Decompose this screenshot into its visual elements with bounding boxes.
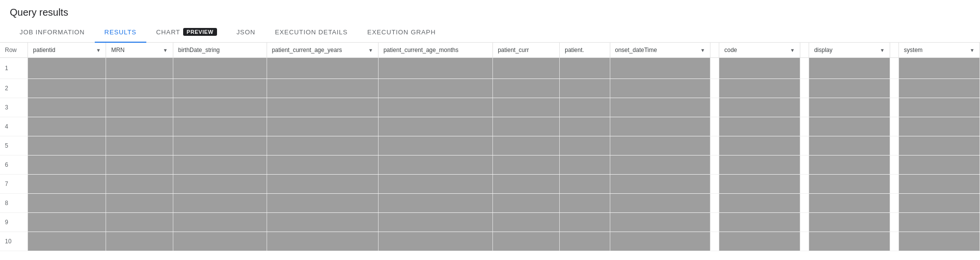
cell-content-block [106, 58, 172, 78]
preview-badge: PREVIEW [183, 28, 217, 36]
col-header-onset[interactable]: onset_dateTime ▼ [610, 43, 710, 58]
display-dropdown-icon[interactable]: ▼ [880, 48, 885, 53]
col-header-display[interactable]: display ▼ [809, 43, 890, 58]
patientid-cell [28, 117, 106, 136]
cell-content-block [379, 213, 492, 232]
tab-execution-graph[interactable]: EXECUTION GRAPH [357, 23, 445, 43]
cell-content-block [560, 117, 609, 136]
resizer-cell1 [710, 58, 719, 79]
row-number-cell: 7 [0, 175, 28, 194]
cell-content-block [173, 98, 267, 117]
patientid-resize[interactable] [104, 43, 106, 57]
resizer-cell2 [800, 79, 809, 98]
birthdate-cell [173, 58, 267, 79]
resizer2[interactable] [807, 43, 809, 57]
resizer1[interactable] [717, 43, 719, 57]
col-header-resizer2[interactable] [800, 43, 809, 58]
display-cell [809, 175, 890, 194]
age-years-cell [267, 79, 378, 98]
age-years-cell [267, 175, 378, 194]
cell-content-block [28, 213, 106, 232]
col-header-code[interactable]: code ▼ [719, 43, 800, 58]
onset-cell [610, 79, 710, 98]
code-cell [719, 117, 800, 136]
age-years-cell [267, 98, 378, 117]
table-header-row: Row patientid ▼ MRN ▼ [0, 43, 980, 58]
onset-cell [610, 117, 710, 136]
code-cell [719, 175, 800, 194]
age-months-cell [378, 175, 492, 194]
col-header-mrn[interactable]: MRN ▼ [106, 43, 173, 58]
cell-content-block [610, 98, 710, 117]
cell-content-block [173, 117, 267, 136]
cell-content-block [560, 194, 609, 212]
patient-curr-cell [492, 98, 559, 117]
resizer-cell2 [800, 213, 809, 232]
resizer-cell2 [800, 58, 809, 79]
onset-dropdown-icon[interactable]: ▼ [700, 48, 705, 53]
onset-cell [610, 156, 710, 175]
tab-job-information[interactable]: JOB INFORMATION [10, 23, 95, 43]
cell-content-block [719, 232, 800, 251]
col-header-resizer1[interactable] [710, 43, 719, 58]
col-header-resizer3[interactable] [890, 43, 898, 58]
resizer-cell2 [800, 136, 809, 156]
results-table-container: Row patientid ▼ MRN ▼ [0, 43, 980, 251]
patient-cell [560, 117, 610, 136]
age-months-cell [378, 117, 492, 136]
mrn-cell [106, 213, 173, 232]
age-months-cell [378, 136, 492, 156]
table-row: 2 [0, 79, 980, 98]
col-header-system[interactable]: system ▼ [899, 43, 980, 58]
birthdate-cell [173, 213, 267, 232]
cell-content-block [106, 136, 172, 155]
resizer3[interactable] [897, 43, 898, 57]
age-years-cell [267, 136, 378, 156]
col-header-birthdate[interactable]: birthDate_string [173, 43, 267, 58]
table-row: 3 [0, 98, 980, 117]
display-cell [809, 117, 890, 136]
cell-content-block [610, 79, 710, 98]
col-header-patientid[interactable]: patientid ▼ [28, 43, 106, 58]
col-header-age-years[interactable]: patient_current_age_years ▼ [267, 43, 378, 58]
mrn-dropdown-icon[interactable]: ▼ [163, 48, 168, 53]
age-years-cell [267, 232, 378, 251]
patient-cell [560, 156, 610, 175]
row-number-cell: 10 [0, 232, 28, 251]
patient-cell [560, 98, 610, 117]
age-years-dropdown-icon[interactable]: ▼ [368, 48, 373, 53]
system-cell [899, 213, 980, 232]
cell-content-block [173, 136, 267, 155]
patientid-cell [28, 136, 106, 156]
cell-content-block [379, 58, 492, 78]
mrn-resize[interactable] [171, 43, 173, 57]
age-years-cell [267, 58, 378, 79]
cell-content-block [106, 232, 172, 251]
cell-content-block [560, 175, 609, 193]
system-cell [899, 194, 980, 213]
code-dropdown-icon[interactable]: ▼ [790, 48, 795, 53]
cell-content-block [28, 98, 106, 117]
cell-content-block [267, 156, 378, 174]
age-months-resize[interactable] [490, 43, 492, 57]
code-cell [719, 194, 800, 213]
table-row: 9 [0, 213, 980, 232]
mrn-cell [106, 136, 173, 156]
cell-content-block [267, 194, 378, 212]
patient-cell [560, 136, 610, 156]
cell-content-block [28, 117, 106, 136]
cell-content-block [173, 58, 267, 78]
birthdate-resize[interactable] [265, 43, 267, 57]
cell-content-block [560, 136, 609, 155]
patientid-dropdown-icon[interactable]: ▼ [96, 48, 101, 53]
tab-execution-details[interactable]: EXECUTION DETAILS [265, 23, 357, 43]
tab-results[interactable]: RESULTS [95, 23, 146, 43]
resizer-cell3 [890, 79, 898, 98]
results-table: Row patientid ▼ MRN ▼ [0, 43, 980, 251]
row-number-cell: 5 [0, 136, 28, 156]
tab-chart[interactable]: CHART PREVIEW [146, 22, 227, 43]
system-dropdown-icon[interactable]: ▼ [970, 48, 975, 53]
col-header-age-months[interactable]: patient_current_age_months [378, 43, 492, 58]
resizer-cell1 [710, 232, 719, 251]
tab-json[interactable]: JSON [227, 23, 265, 43]
